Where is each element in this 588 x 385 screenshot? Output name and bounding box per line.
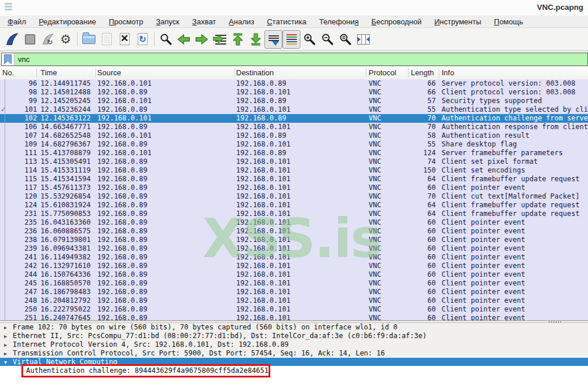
cell-info: Authentication response from client (442, 123, 588, 131)
go-to-bottom-button[interactable] (247, 30, 264, 49)
column-header-no[interactable]: No. (2, 68, 14, 77)
cell-src: 192.168.0.89 (97, 192, 148, 201)
packet-row[interactable]: 11115.413708879192.168.0.101192.168.0.89… (0, 149, 588, 157)
cell-no: 247 (0, 288, 37, 296)
packet-row[interactable]: 11515.415341594192.168.0.89192.168.0.101… (0, 175, 588, 184)
packet-row[interactable]: 23816.079139801192.168.0.89192.168.0.101… (0, 236, 588, 244)
cell-dst: 192.168.0.101 (236, 279, 291, 288)
header-separator (95, 68, 96, 78)
packet-row[interactable]: 25016.222795022192.168.0.89192.168.0.101… (0, 305, 588, 314)
packet-row[interactable]: 11715.457611373192.168.0.89192.168.0.101… (0, 184, 588, 192)
menu-item-2[interactable]: Просмотр (102, 17, 149, 26)
collapsed-arrow-icon[interactable]: ▸ (4, 332, 7, 340)
cell-no: 102 (0, 114, 37, 123)
menu-item-9[interactable]: Инструменты (428, 17, 487, 26)
go-to-top-button[interactable] (229, 30, 247, 49)
hamburger-icon[interactable] (5, 3, 12, 11)
stop-capture-button[interactable] (21, 30, 39, 49)
menu-item-5[interactable]: Анализ (222, 17, 260, 26)
menu-item-8[interactable]: Беспроводной (365, 17, 428, 26)
colorize-toggle[interactable] (282, 30, 300, 49)
packet-row[interactable]: 12415.610831924192.168.0.89192.168.0.101… (0, 201, 588, 210)
go-forward-button[interactable] (193, 30, 211, 49)
packet-row[interactable]: 23115.775090853192.168.0.89192.168.0.101… (0, 210, 588, 218)
restart-capture-button[interactable]: ↻ (39, 30, 57, 49)
filter-bookmark-button[interactable] (2, 53, 14, 65)
cell-len: 55 (402, 105, 436, 114)
go-back-button[interactable] (175, 30, 193, 49)
save-file-button[interactable] (98, 30, 116, 49)
packet-row[interactable]: 24116.114949382192.168.0.89192.168.0.101… (0, 253, 588, 262)
find-packet-button[interactable] (157, 30, 175, 49)
filter-input[interactable]: vnc (14, 55, 30, 64)
menu-item-7[interactable]: Телефония (313, 17, 365, 26)
close-file-button[interactable]: ✕ (116, 30, 134, 49)
menu-item-4[interactable]: Захват (186, 17, 222, 26)
packet-row[interactable]: 10714.682652548192.168.0.101192.168.0.89… (0, 131, 588, 140)
packet-row[interactable]: ✓10112.145236244192.168.0.89192.168.0.10… (0, 105, 588, 114)
go-to-packet-button[interactable] (211, 30, 229, 49)
packet-row[interactable]: 24216.132971610192.168.0.89192.168.0.101… (0, 262, 588, 270)
cell-info: Client pointer event (442, 279, 588, 288)
cell-len: 60 (402, 236, 436, 244)
packet-row[interactable]: 10212.145363122192.168.0.101192.168.0.89… (0, 114, 588, 123)
menu-item-6[interactable]: Статистика (260, 17, 313, 26)
packet-row[interactable]: 9812.145012488192.168.0.89192.168.0.101V… (0, 88, 588, 97)
packet-row[interactable]: 24816.204812792192.168.0.89192.168.0.101… (0, 296, 588, 305)
capture-options-button[interactable]: ⚙ (57, 30, 75, 49)
column-header-source[interactable]: Source (97, 68, 121, 77)
column-header-protocol[interactable]: Protocol (369, 68, 396, 77)
column-header-length[interactable]: Length (411, 68, 434, 77)
menu-item-0[interactable]: Файл (1, 17, 32, 26)
challenge-text[interactable]: Authentication challenge: 894443629f4a96… (26, 366, 269, 375)
packet-row[interactable]: 11415.415331119192.168.0.89192.168.0.101… (0, 166, 588, 175)
cell-src: 192.168.0.101 (97, 149, 152, 157)
resize-columns-icon (357, 34, 370, 45)
packet-row[interactable]: 24716.186798483192.168.0.89192.168.0.101… (0, 288, 588, 296)
packet-row[interactable]: 23616.060886575192.168.0.89192.168.0.101… (0, 227, 588, 236)
menu-item-1[interactable]: Редактирование (32, 17, 102, 26)
detail-line-2[interactable]: ▸Internet Protocol Version 4, Src: 192.1… (0, 340, 588, 349)
cell-proto: VNC (369, 227, 381, 236)
start-capture-button[interactable] (3, 30, 21, 49)
packet-row[interactable]: 23516.043163360192.168.0.89192.168.0.101… (0, 218, 588, 227)
cell-len: 60 (402, 244, 436, 253)
collapsed-arrow-icon[interactable]: ▸ (4, 323, 7, 332)
resize-columns-button[interactable] (354, 30, 372, 49)
collapsed-arrow-icon[interactable]: ▸ (4, 349, 7, 358)
packet-row[interactable]: 10914.682796367192.168.0.89192.168.0.101… (0, 140, 588, 149)
column-header-time[interactable]: Time (41, 68, 57, 77)
menu-item-10[interactable]: Помощь (488, 17, 530, 26)
column-header-destination[interactable]: Destination (236, 68, 274, 77)
cell-time: 16.186798483 (41, 288, 91, 296)
cell-info: Authentication challenge from server (442, 114, 588, 123)
gear-icon: ⚙ (60, 33, 71, 45)
zoom-out-button[interactable] (318, 30, 336, 49)
cell-src: 192.168.0.89 (97, 253, 148, 262)
zoom-in-button[interactable] (300, 30, 318, 49)
packet-row[interactable]: 9912.145205245192.168.0.101192.168.0.89V… (0, 97, 588, 105)
menu-item-3[interactable]: Запуск (149, 17, 186, 26)
cell-len: 64 (402, 175, 436, 184)
cell-proto: VNC (369, 175, 381, 184)
collapsed-arrow-icon[interactable]: ▸ (4, 340, 7, 349)
packet-row[interactable]: 24516.168850570192.168.0.89192.168.0.101… (0, 279, 588, 288)
packet-row[interactable]: 24416.150764336192.168.0.89192.168.0.101… (0, 270, 588, 279)
packet-row[interactable]: 12015.532926854192.168.0.89192.168.0.101… (0, 192, 588, 201)
packet-row[interactable]: 23916.096943381192.168.0.89192.168.0.101… (0, 244, 588, 253)
packet-row[interactable]: 10614.663467771192.168.0.89192.168.0.101… (0, 123, 588, 131)
reload-file-button[interactable]: ↻ (134, 30, 152, 49)
open-file-button[interactable] (80, 30, 98, 49)
packet-row[interactable]: 11315.415305491192.168.0.89192.168.0.101… (0, 157, 588, 166)
expanded-arrow-icon[interactable]: ▾ (4, 358, 7, 366)
auto-scroll-toggle[interactable] (264, 30, 282, 49)
cell-proto: VNC (369, 123, 381, 131)
detail-line-0[interactable]: ▸Frame 102: 70 bytes on wire (560 bits),… (0, 323, 588, 332)
header-separator (234, 68, 235, 78)
column-header-info[interactable]: Info (442, 68, 454, 77)
packet-row[interactable]: 9612.144911745192.168.0.101192.168.0.89V… (0, 79, 588, 88)
detail-line-1[interactable]: ▸Ethernet II, Src: PcsCompu_77:d1:bd (08… (0, 332, 588, 340)
packet-row[interactable]: 25116.240747645192.168.0.89192.168.0.101… (0, 314, 588, 320)
detail-line-3[interactable]: ▸Transmission Control Protocol, Src Port… (0, 349, 588, 358)
zoom-reset-button[interactable] (336, 30, 354, 49)
